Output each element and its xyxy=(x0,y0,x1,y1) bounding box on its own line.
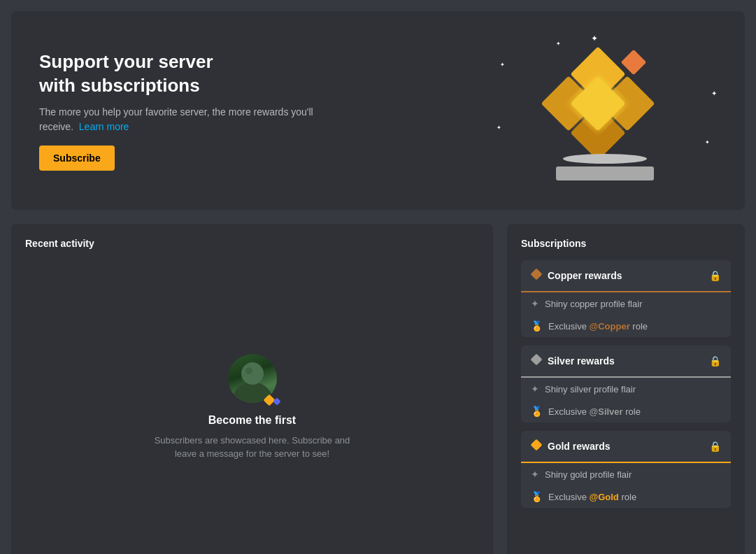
copper-reward-1: ✦ Shiny copper profile flair xyxy=(521,292,731,315)
subscribe-button[interactable]: Subscribe xyxy=(39,145,115,171)
avatar xyxy=(228,354,277,403)
silver-tier-header[interactable]: Silver rewards 🔒 xyxy=(521,346,731,378)
svg-point-8 xyxy=(241,362,264,385)
gold-reward-1: ✦ Shiny gold profile flair xyxy=(521,463,731,485)
subscriptions-title: Subscriptions xyxy=(521,238,731,249)
activity-content: Become the first Subscribers are showcas… xyxy=(25,260,479,554)
hero-description: The more you help your favorite server, … xyxy=(39,105,333,134)
gold-tier-header[interactable]: Gold rewards 🔒 xyxy=(521,431,731,463)
role-icon: 🏅 xyxy=(531,491,543,502)
flair-icon: ✦ xyxy=(531,383,539,395)
recent-activity-title: Recent activity xyxy=(25,238,479,249)
gold-gem-icon xyxy=(531,439,542,453)
become-first-title: Become the first xyxy=(208,414,296,427)
silver-gem-icon xyxy=(531,354,542,368)
svg-rect-11 xyxy=(531,354,542,365)
gem-illustration xyxy=(528,34,668,173)
copper-tier[interactable]: Copper rewards 🔒 ✦ Shiny copper profile … xyxy=(521,260,731,337)
pedestal xyxy=(556,154,654,180)
flair-icon: ✦ xyxy=(531,298,539,309)
become-first-description: Subscribers are showcased here. Subscrib… xyxy=(148,434,357,461)
copper-tier-name: Copper rewards xyxy=(548,270,622,281)
hero-banner: Support your serverwith subscriptions Th… xyxy=(11,11,745,210)
gold-reward-2: 🏅 Exclusive @Gold role xyxy=(521,485,731,508)
silver-tier-name: Silver rewards xyxy=(548,355,615,367)
copper-lock-icon: 🔒 xyxy=(709,270,721,281)
silver-reward-1: ✦ Shiny silver profile flair xyxy=(521,378,731,400)
sparkle-icon: ✦ xyxy=(711,90,717,97)
bottom-section: Recent activity xyxy=(11,224,745,554)
avatar-gem-badge xyxy=(265,396,280,404)
role-icon: 🏅 xyxy=(531,320,543,332)
copper-gem-icon xyxy=(531,269,542,283)
silver-tier-header-left: Silver rewards xyxy=(531,354,615,368)
sparkle-icon: ✦ xyxy=(705,139,710,145)
recent-activity-panel: Recent activity xyxy=(11,224,493,554)
silver-tier[interactable]: Silver rewards 🔒 ✦ Shiny silver profile … xyxy=(521,346,731,422)
gold-tier[interactable]: Gold rewards 🔒 ✦ Shiny gold profile flai… xyxy=(521,431,731,508)
copper-reward-2: 🏅 Exclusive @Copper role xyxy=(521,315,731,337)
copper-tier-header[interactable]: Copper rewards 🔒 xyxy=(521,260,731,292)
sparkle-icon: ✦ xyxy=(500,62,505,68)
svg-rect-10 xyxy=(531,269,542,280)
gold-tier-header-left: Gold rewards xyxy=(531,439,610,453)
sparkle-icon: ✦ xyxy=(497,125,501,131)
hero-text: Support your serverwith subscriptions Th… xyxy=(39,50,333,171)
copper-tier-header-left: Copper rewards xyxy=(531,269,622,283)
hero-illustration: ✦ ✦ ✦ ✦ ✦ ✦ xyxy=(493,34,717,187)
hero-title: Support your serverwith subscriptions xyxy=(39,50,333,98)
silver-reward-2: 🏅 Exclusive @Silver role xyxy=(521,400,731,422)
svg-rect-6 xyxy=(621,50,647,76)
flair-icon: ✦ xyxy=(531,469,539,480)
silver-lock-icon: 🔒 xyxy=(709,355,721,367)
role-icon: 🏅 xyxy=(531,406,543,417)
learn-more-link[interactable]: Learn more xyxy=(79,121,129,132)
gold-lock-icon: 🔒 xyxy=(709,441,721,452)
svg-rect-12 xyxy=(531,439,542,450)
gold-tier-name: Gold rewards xyxy=(548,441,610,452)
page-wrapper: Support your serverwith subscriptions Th… xyxy=(0,0,756,554)
subscriptions-panel: Subscriptions Copper rewards 🔒 ✦ Shiny c… xyxy=(507,224,745,554)
svg-point-9 xyxy=(245,367,252,374)
